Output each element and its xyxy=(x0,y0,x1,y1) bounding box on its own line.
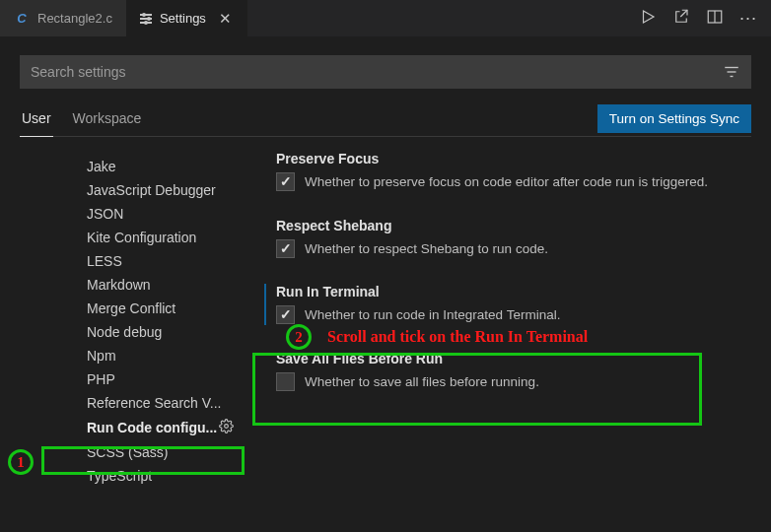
setting-preserve-focus: Preserve Focus Whether to preserve focus… xyxy=(268,151,743,192)
setting-desc: Whether to run code in Integrated Termin… xyxy=(305,305,560,325)
checkbox-respect-shebang[interactable] xyxy=(276,239,295,258)
sidebar-item[interactable]: Kite Configuration xyxy=(87,226,256,249)
setting-desc: Whether to respect Shebang to run code. xyxy=(305,239,548,259)
sidebar-item[interactable]: JavaScript Debugger xyxy=(87,178,256,202)
sidebar-item[interactable]: SCSS (Sass) xyxy=(87,440,256,464)
sidebar-item-run-code-config[interactable]: Run Code configu... xyxy=(87,415,256,440)
setting-desc: Whether to preserve focus on code editor… xyxy=(305,172,708,192)
search-input[interactable] xyxy=(31,64,723,80)
tab-file[interactable]: C Rectangle2.c xyxy=(0,0,126,36)
tab-settings-label: Settings xyxy=(160,11,206,26)
open-json-icon[interactable] xyxy=(672,8,690,29)
sidebar-item[interactable]: TypeScript xyxy=(87,464,256,488)
scope-user[interactable]: User xyxy=(20,104,53,137)
sidebar-item[interactable]: Merge Conflict xyxy=(87,297,256,320)
sidebar-item[interactable]: LESS xyxy=(87,249,256,273)
setting-respect-shebang: Respect Shebang Whether to respect Sheba… xyxy=(268,218,743,259)
settings-tree: Jake JavaScript Debugger JSON Kite Confi… xyxy=(10,151,256,532)
more-actions-icon[interactable]: ··· xyxy=(739,8,757,29)
svg-marker-0 xyxy=(643,11,654,23)
sidebar-item[interactable]: JSON xyxy=(87,202,256,226)
checkbox-save-all[interactable] xyxy=(276,372,295,391)
sidebar-item-label: Run Code configu... xyxy=(87,420,217,435)
c-file-icon: C xyxy=(14,11,30,27)
checkbox-preserve-focus[interactable] xyxy=(276,172,295,191)
setting-desc: Whether to save all files before running… xyxy=(305,372,539,392)
settings-search[interactable] xyxy=(20,55,751,89)
setting-title: Respect Shebang xyxy=(276,218,743,233)
settings-main: Preserve Focus Whether to preserve focus… xyxy=(256,151,761,532)
tab-bar: C Rectangle2.c Settings ✕ ··· xyxy=(0,0,771,37)
tab-file-label: Rectangle2.c xyxy=(37,11,112,26)
gear-icon[interactable] xyxy=(219,419,234,436)
run-icon[interactable] xyxy=(639,8,657,29)
sidebar-item[interactable]: Jake xyxy=(87,155,256,178)
tab-settings[interactable]: Settings ✕ xyxy=(126,0,247,36)
scope-workspace[interactable]: Workspace xyxy=(71,104,144,136)
settings-sliders-icon xyxy=(140,14,152,24)
sidebar-item[interactable]: Node debug xyxy=(87,320,256,344)
setting-title: Run In Terminal xyxy=(276,284,743,299)
scope-row: User Workspace Turn on Settings Sync xyxy=(20,104,751,137)
sidebar-item[interactable]: Reference Search V... xyxy=(87,391,256,415)
settings-sync-button[interactable]: Turn on Settings Sync xyxy=(597,104,751,133)
setting-run-in-terminal: Run In Terminal Whether to run code in I… xyxy=(264,284,743,325)
filter-icon[interactable] xyxy=(723,63,740,81)
editor-actions: ··· xyxy=(639,0,771,36)
close-icon[interactable]: ✕ xyxy=(218,11,234,27)
sidebar-item[interactable]: Npm xyxy=(87,344,256,367)
sidebar-item[interactable]: PHP xyxy=(87,367,256,391)
svg-point-6 xyxy=(225,425,229,429)
split-editor-icon[interactable] xyxy=(706,8,724,29)
setting-title: Preserve Focus xyxy=(276,151,743,166)
checkbox-run-in-terminal[interactable] xyxy=(276,305,295,324)
setting-save-all: Save All Files Before Run Whether to sav… xyxy=(268,351,743,392)
sidebar-item[interactable]: Markdown xyxy=(87,273,256,297)
setting-title: Save All Files Before Run xyxy=(276,351,743,366)
